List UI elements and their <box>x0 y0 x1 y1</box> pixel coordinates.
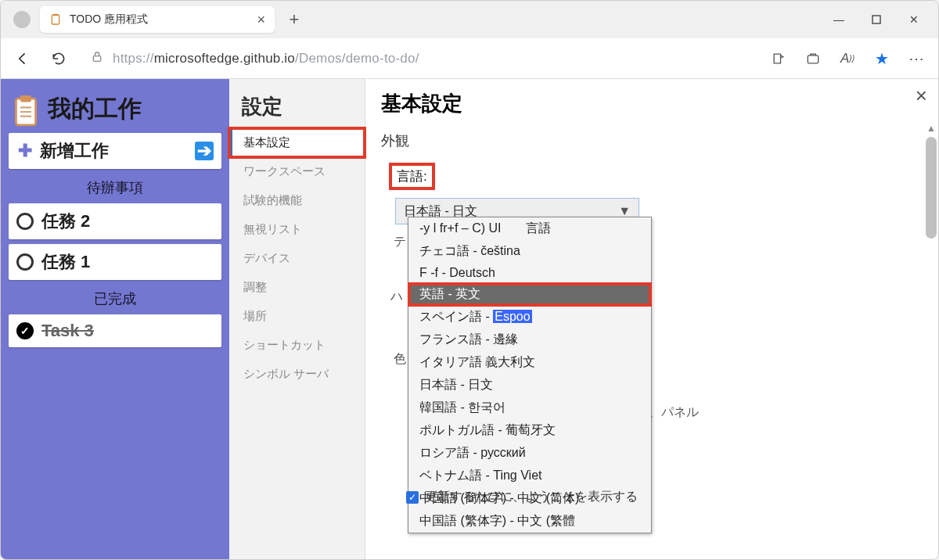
more-menu-icon[interactable]: ⋯ <box>901 43 932 74</box>
settings-main: × 基本設定 外観 言語: 日本語 - 日文 ▼ テ ハ 色 、パネル -y l… <box>365 79 938 560</box>
settings-title: 基本設定 <box>381 90 923 117</box>
browser-tab[interactable]: TODO 應用程式 × <box>40 6 275 33</box>
settings-sidebar: 設定 基本設定 ワークスペース 試験的機能 無視リスト デバイス 調整 場所 シ… <box>229 79 365 560</box>
nav-location[interactable]: 場所 <box>229 302 365 331</box>
task-label: 任務 2 <box>41 210 90 233</box>
dropdown-option[interactable]: フランス語 - 邊緣 <box>408 328 651 351</box>
highlighted-fragment: Espoo <box>493 310 531 323</box>
nav-symbols[interactable]: シンボル サーバ <box>229 360 365 389</box>
welcome-checkbox-label: 更新するたびに、ようこそを表示する <box>425 489 638 505</box>
dropdown-option[interactable]: F -f - Deutsch <box>408 263 651 283</box>
clipboard-large-icon <box>12 95 40 124</box>
done-task-label: Task 3 <box>41 321 94 341</box>
maximize-button[interactable] <box>858 6 894 33</box>
language-label-highlight: 言語: <box>389 163 435 190</box>
svg-rect-4 <box>808 55 818 63</box>
add-task-label: 新增工作 <box>40 139 109 163</box>
clipboard-icon <box>49 13 62 26</box>
browser-titlebar: TODO 應用程式 × + — ✕ <box>1 1 938 38</box>
page-content: 我的工作 ✚ 新增工作 ➔ 待辦事項 任務 2 任務 1 已完成 ✓ Task … <box>1 79 938 560</box>
tab-title: TODO 應用程式 <box>70 13 148 27</box>
appearance-heading: 外観 <box>381 131 923 150</box>
ghost-text: テ <box>394 234 406 250</box>
settings-heading: 設定 <box>229 88 365 128</box>
dropdown-option-selected[interactable]: 英語 - 英文 <box>408 283 651 306</box>
task-item[interactable]: 任務 2 <box>9 203 221 239</box>
nav-shortcuts[interactable]: ショートカット <box>229 331 365 360</box>
checked-circle-icon[interactable]: ✓ <box>16 322 34 339</box>
dropdown-option[interactable]: 日本語 - 日文 <box>408 374 651 397</box>
compose-icon[interactable] <box>763 43 794 74</box>
back-button[interactable] <box>7 43 38 74</box>
svg-rect-3 <box>93 56 100 61</box>
nav-devices[interactable]: デバイス <box>229 244 365 273</box>
add-task-button[interactable]: ✚ 新增工作 ➔ <box>9 133 221 169</box>
browser-toolbar: https://microsoftedge.github.io/Demos/de… <box>1 38 938 79</box>
language-label: 言語: <box>392 166 432 187</box>
todo-app-panel: 我的工作 ✚ 新增工作 ➔ 待辦事項 任務 2 任務 1 已完成 ✓ Task … <box>1 79 229 560</box>
profile-avatar[interactable] <box>13 11 31 28</box>
ghost-text: 、パネル <box>649 404 699 421</box>
lock-icon <box>91 50 103 67</box>
ghost-text: ハ <box>390 289 403 305</box>
nav-adjust[interactable]: 調整 <box>229 273 365 302</box>
dropdown-option[interactable]: ベトナム語 - Ting Viet <box>408 465 651 487</box>
nav-ignorelist[interactable]: 無視リスト <box>229 215 365 244</box>
plus-icon: ✚ <box>16 141 34 161</box>
dropdown-option[interactable]: チェコ語 - čeština <box>408 240 651 263</box>
close-settings-icon[interactable]: × <box>916 84 927 108</box>
svg-rect-0 <box>52 15 59 24</box>
todo-title: 我的工作 <box>48 93 142 125</box>
unchecked-circle-icon[interactable] <box>16 213 34 230</box>
refresh-button[interactable] <box>43 43 74 74</box>
welcome-checkbox[interactable]: ✓ <box>406 491 419 504</box>
close-window-button[interactable]: ✕ <box>896 6 932 33</box>
done-task-item[interactable]: ✓ Task 3 <box>9 314 221 347</box>
nav-workspace[interactable]: ワークスペース <box>229 157 365 186</box>
nav-experimental[interactable]: 試験的機能 <box>229 186 365 215</box>
favorite-star-icon[interactable]: ★ <box>866 43 898 74</box>
dropdown-option[interactable]: スペイン語 - Espoo <box>408 306 651 328</box>
close-tab-icon[interactable]: × <box>257 12 265 28</box>
address-bar[interactable]: https://microsoftedge.github.io/Demos/de… <box>79 44 758 74</box>
dropdown-option[interactable]: 韓国語 - 한국어 <box>408 397 651 419</box>
collections-icon[interactable] <box>797 43 829 74</box>
pending-heading: 待辦事項 <box>9 174 221 199</box>
new-tab-button[interactable]: + <box>281 6 308 33</box>
svg-rect-2 <box>872 16 880 23</box>
done-heading: 已完成 <box>9 285 221 310</box>
language-dropdown[interactable]: -y l fr+f – C) UI 言語 チェコ語 - čeština F -f… <box>408 217 652 533</box>
nav-basic[interactable]: 基本設定 <box>229 128 365 157</box>
dropdown-option[interactable]: ポルトガル語 - 葡萄牙文 <box>408 419 651 442</box>
task-label: 任務 1 <box>41 250 90 274</box>
unchecked-circle-icon[interactable] <box>16 253 34 271</box>
minimize-button[interactable]: — <box>821 6 857 33</box>
dropdown-option[interactable]: 中国語 (繁体字) - 中文 (繁體 <box>408 510 651 533</box>
svg-rect-6 <box>20 95 31 102</box>
scrollbar-thumb[interactable] <box>926 137 937 239</box>
dropdown-option[interactable]: ロシア語 - русский <box>408 442 651 465</box>
svg-rect-1 <box>53 14 57 16</box>
scroll-up-arrow-icon[interactable]: ▲ <box>926 123 937 134</box>
submit-arrow-icon[interactable]: ➔ <box>195 142 214 160</box>
url-text: https://microsoftedge.github.io/Demos/de… <box>113 51 419 66</box>
dropdown-option[interactable]: イタリア語 義大利文 <box>408 351 651 374</box>
task-item[interactable]: 任務 1 <box>9 244 221 280</box>
dropdown-option[interactable]: -y l fr+f – C) UI 言語 <box>408 217 651 240</box>
ghost-text: 色 <box>394 351 406 368</box>
read-aloud-icon[interactable]: A)) <box>832 43 863 74</box>
